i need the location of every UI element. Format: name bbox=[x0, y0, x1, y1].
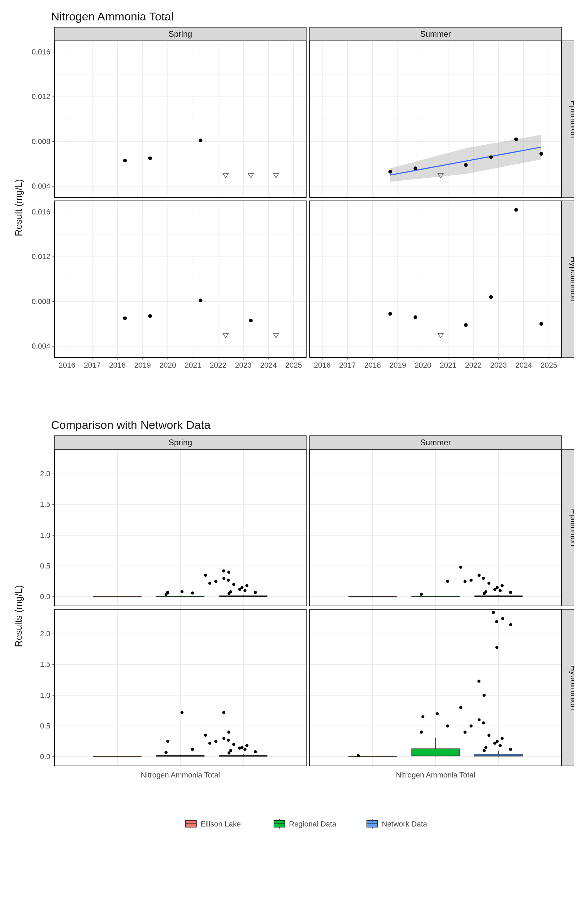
outlier-point bbox=[495, 620, 498, 623]
outlier-point bbox=[499, 589, 502, 592]
svg-text:2024: 2024 bbox=[260, 361, 277, 369]
outlier-point bbox=[229, 590, 232, 593]
outlier-point bbox=[180, 711, 183, 714]
svg-text:Epilimnion: Epilimnion bbox=[569, 100, 574, 138]
outlier-point bbox=[421, 715, 424, 718]
svg-text:Nitrogen Ammonia Total: Nitrogen Ammonia Total bbox=[396, 771, 475, 779]
point-detect bbox=[388, 170, 392, 174]
outlier-point bbox=[222, 711, 225, 714]
svg-text:0.5: 0.5 bbox=[40, 562, 50, 570]
outlier-point bbox=[496, 586, 499, 589]
outlier-point bbox=[357, 754, 360, 757]
svg-text:2.0: 2.0 bbox=[40, 469, 50, 478]
svg-text:2018: 2018 bbox=[109, 361, 126, 369]
outlier-point bbox=[484, 746, 487, 749]
outlier-point bbox=[501, 737, 504, 740]
outlier-point bbox=[208, 742, 211, 745]
svg-text:2016: 2016 bbox=[59, 361, 76, 369]
point-detect bbox=[123, 158, 127, 162]
outlier-point bbox=[254, 591, 257, 594]
outlier-point bbox=[459, 566, 462, 569]
point-detect bbox=[514, 208, 518, 212]
svg-text:2025: 2025 bbox=[286, 361, 302, 369]
svg-text:0.012: 0.012 bbox=[32, 92, 50, 101]
chart-title: Nitrogen Ammonia Total bbox=[51, 10, 174, 23]
outlier-point bbox=[420, 731, 423, 734]
point-detect bbox=[414, 315, 417, 319]
legend: Ellison LakeRegional DataNetwork Data bbox=[186, 819, 427, 829]
outlier-point bbox=[483, 749, 486, 752]
legend-label: Ellison Lake bbox=[200, 820, 241, 828]
outlier-point bbox=[166, 740, 169, 743]
outlier-point bbox=[214, 580, 217, 583]
svg-text:2023: 2023 bbox=[490, 361, 507, 369]
y-axis-title: Results (mg/L) bbox=[14, 585, 24, 647]
outlier-point bbox=[191, 592, 194, 595]
outlier-point bbox=[232, 583, 235, 586]
legend-label: Network Data bbox=[382, 820, 427, 828]
outlier-point bbox=[499, 744, 502, 747]
outlier-point bbox=[470, 579, 473, 582]
chart-title: Comparison with Network Data bbox=[51, 418, 211, 431]
svg-text:1.5: 1.5 bbox=[40, 660, 50, 669]
point-detect bbox=[464, 163, 468, 167]
outlier-point bbox=[227, 739, 230, 742]
svg-text:2020: 2020 bbox=[160, 361, 176, 369]
svg-text:2017: 2017 bbox=[339, 361, 356, 369]
outlier-point bbox=[246, 744, 249, 747]
svg-text:Spring: Spring bbox=[168, 438, 192, 447]
svg-text:Summer: Summer bbox=[420, 29, 451, 39]
outlier-point bbox=[487, 582, 490, 585]
outlier-point bbox=[492, 611, 495, 614]
legend-label: Regional Data bbox=[289, 820, 336, 828]
svg-text:0.012: 0.012 bbox=[32, 252, 50, 261]
svg-text:2021: 2021 bbox=[440, 361, 457, 369]
svg-text:0.016: 0.016 bbox=[32, 48, 50, 56]
outlier-point bbox=[222, 737, 225, 740]
outlier-point bbox=[509, 748, 512, 751]
outlier-point bbox=[180, 590, 183, 593]
outlier-point bbox=[484, 590, 487, 593]
svg-text:1.0: 1.0 bbox=[40, 531, 50, 540]
outlier-point bbox=[501, 584, 504, 587]
outlier-point bbox=[232, 743, 235, 746]
outlier-point bbox=[446, 580, 449, 583]
svg-text:2025: 2025 bbox=[541, 361, 557, 369]
svg-text:Summer: Summer bbox=[420, 438, 451, 447]
svg-text:Hypolimnion: Hypolimnion bbox=[569, 665, 574, 710]
svg-text:Epilimnion: Epilimnion bbox=[569, 509, 574, 547]
outlier-point bbox=[464, 731, 467, 734]
outlier-point bbox=[482, 577, 485, 580]
outlier-point bbox=[222, 577, 225, 580]
point-detect bbox=[149, 314, 152, 318]
svg-text:0.0: 0.0 bbox=[40, 592, 50, 601]
point-detect bbox=[249, 318, 253, 322]
point-detect bbox=[388, 312, 392, 315]
outlier-point bbox=[229, 749, 232, 752]
svg-text:1.0: 1.0 bbox=[40, 691, 50, 700]
svg-text:0.5: 0.5 bbox=[40, 722, 50, 730]
outlier-point bbox=[246, 584, 249, 587]
outlier-point bbox=[204, 574, 207, 577]
chart-comparison-network: Comparison with Network Data Results (mg… bbox=[14, 415, 574, 858]
svg-text:2018: 2018 bbox=[364, 361, 381, 369]
outlier-point bbox=[470, 724, 473, 727]
point-detect bbox=[540, 322, 543, 326]
outlier-point bbox=[436, 712, 439, 715]
outlier-point bbox=[227, 579, 230, 582]
svg-text:2024: 2024 bbox=[515, 361, 532, 369]
outlier-point bbox=[477, 574, 480, 577]
outlier-point bbox=[509, 591, 512, 594]
svg-text:Spring: Spring bbox=[168, 29, 192, 39]
outlier-point bbox=[459, 706, 462, 709]
svg-text:0.008: 0.008 bbox=[32, 297, 50, 306]
svg-text:0.016: 0.016 bbox=[32, 208, 50, 216]
svg-text:2022: 2022 bbox=[465, 361, 482, 369]
outlier-point bbox=[464, 580, 467, 583]
outlier-point bbox=[482, 721, 485, 724]
svg-text:0.0: 0.0 bbox=[40, 752, 50, 761]
outlier-point bbox=[227, 571, 230, 574]
svg-text:2019: 2019 bbox=[134, 361, 151, 369]
y-axis-title: Result (mg/L) bbox=[14, 179, 24, 236]
svg-text:0.004: 0.004 bbox=[32, 342, 50, 350]
